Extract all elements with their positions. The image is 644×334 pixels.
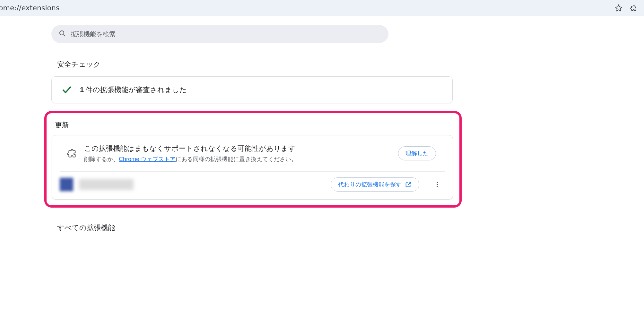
extension-icon bbox=[60, 178, 73, 191]
updates-section-title: 更新 bbox=[55, 120, 454, 130]
url-text[interactable]: ome://extensions bbox=[0, 4, 59, 12]
check-icon bbox=[61, 84, 72, 95]
extension-row: 代わりの拡張機能を探す bbox=[52, 172, 453, 199]
safety-check-card: 1 件の拡張機能が審査されました bbox=[51, 76, 453, 103]
open-in-new-icon bbox=[405, 181, 412, 188]
svg-point-4 bbox=[437, 186, 438, 187]
all-extensions-section-title: すべての拡張機能 bbox=[57, 223, 469, 233]
safety-check-count: 1 bbox=[80, 86, 84, 94]
extensions-puzzle-icon[interactable] bbox=[629, 4, 638, 12]
chrome-web-store-link[interactable]: Chrome ウェブストア bbox=[119, 156, 176, 162]
update-warning-description: 削除するか、Chrome ウェブストアにある同様の拡張機能に置き換えてください。 bbox=[84, 155, 391, 163]
svg-point-2 bbox=[437, 182, 438, 183]
svg-point-3 bbox=[437, 184, 438, 185]
bookmark-star-icon[interactable] bbox=[614, 4, 623, 12]
update-warning-title: この拡張機能はまもなくサポートされなくなる可能性があります bbox=[84, 144, 391, 153]
search-input[interactable] bbox=[71, 30, 381, 38]
svg-line-1 bbox=[64, 35, 65, 36]
find-alternative-button[interactable]: 代わりの拡張機能を探す bbox=[331, 177, 419, 192]
acknowledge-button[interactable]: 理解した bbox=[398, 146, 436, 160]
updates-card: この拡張機能はまもなくサポートされなくなる可能性があります 削除するか、Chro… bbox=[52, 135, 453, 200]
safety-check-section-title: 安全チェック bbox=[57, 60, 469, 69]
update-warning-row: この拡張機能はまもなくサポートされなくなる可能性があります 削除するか、Chro… bbox=[60, 135, 445, 172]
more-options-button[interactable] bbox=[431, 178, 444, 191]
browser-address-bar: ome://extensions bbox=[0, 0, 644, 16]
safety-check-text: 1 件の拡張機能が審査されました bbox=[80, 85, 187, 95]
updates-highlight-annotation: 更新 この拡張機能はまもなくサポートされなくなる可能性があります 削除するか、C… bbox=[44, 111, 462, 208]
search-icon bbox=[58, 30, 66, 39]
svg-point-0 bbox=[60, 31, 64, 35]
search-extensions-box[interactable] bbox=[51, 25, 388, 43]
extension-name bbox=[79, 179, 134, 190]
extension-puzzle-icon bbox=[67, 148, 77, 159]
